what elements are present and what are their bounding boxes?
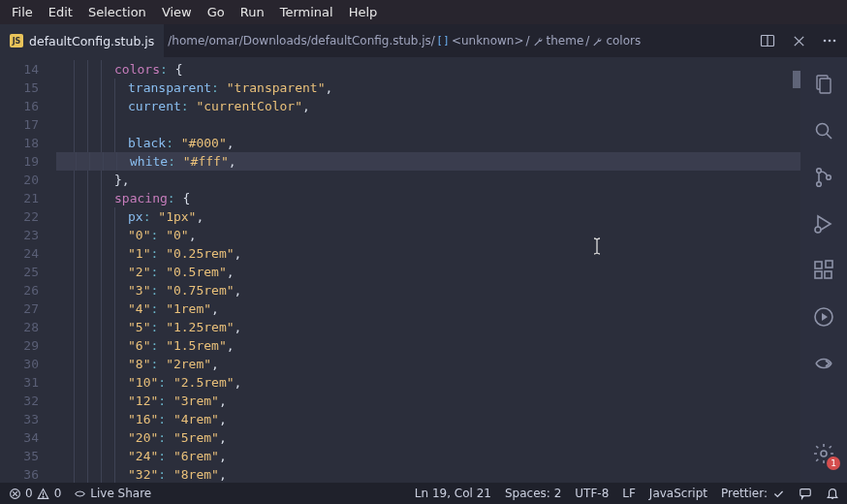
more-actions-button[interactable] [816,27,843,54]
code-line[interactable]: "2": "0.5rem", [56,263,800,281]
svg-point-14 [815,227,821,233]
svg-rect-17 [825,271,831,278]
svg-rect-8 [820,79,831,93]
brackets-icon [437,35,450,47]
menu-terminal[interactable]: Terminal [272,2,341,22]
code-line[interactable]: "24": "6rem", [56,447,800,465]
source-control-button[interactable] [800,156,847,199]
js-file-icon: JS [10,34,23,47]
warning-count: 0 [54,487,62,500]
wrench-icon [591,35,604,47]
code-line[interactable]: spacing: { [56,189,800,207]
menu-selection[interactable]: Selection [80,2,154,22]
svg-point-4 [824,40,827,43]
indentation-status[interactable]: Spaces: 2 [505,487,561,500]
menu-file[interactable]: File [4,2,41,22]
breadcrumb-sep: / [526,34,530,47]
editor-area: 1415161718192021222324252627282930313233… [0,57,847,483]
code-line[interactable]: "1": "0.25rem", [56,244,800,263]
line-number: 16 [0,97,39,115]
code-line[interactable]: "5": "1.25rem", [56,318,800,336]
eol-status[interactable]: LF [622,487,636,500]
line-number: 35 [0,447,39,465]
code-line[interactable]: "0": "0", [56,226,800,244]
svg-point-20 [821,451,827,457]
breadcrumb-colors: colors [606,34,641,47]
notifications-icon[interactable] [826,487,839,500]
code-line[interactable]: "32": "8rem", [56,465,800,483]
code-line[interactable]: "4": "1rem", [56,299,800,318]
svg-rect-15 [815,262,822,268]
svg-point-9 [817,124,829,136]
live-share-icon [73,487,86,500]
line-number: 17 [0,115,39,134]
prettier-status[interactable]: Prettier: [721,487,785,500]
line-number: 32 [0,392,39,410]
line-number: 22 [0,207,39,226]
line-numbers: 1415161718192021222324252627282930313233… [0,57,56,483]
extensions-button[interactable] [800,249,847,292]
menu-go[interactable]: Go [200,2,233,22]
svg-line-10 [827,134,831,139]
live-share-button[interactable] [800,342,847,385]
cursor-position[interactable]: Ln 19, Col 21 [415,487,491,500]
code-line[interactable]: }, [56,171,800,189]
line-number: 23 [0,226,39,244]
svg-rect-18 [826,261,832,268]
svg-rect-26 [800,489,811,496]
code-line[interactable]: "3": "0.75rem", [56,281,800,299]
line-number: 15 [0,79,39,97]
language-status[interactable]: JavaScript [649,487,707,500]
explorer-button[interactable] [800,63,847,106]
line-number: 36 [0,465,39,483]
prettier-label: Prettier: [721,487,768,500]
code-line[interactable]: px: "1px", [56,207,800,226]
code-line[interactable]: "20": "5rem", [56,428,800,447]
check-icon [771,487,785,500]
line-number: 20 [0,171,39,189]
search-button[interactable] [800,110,847,152]
close-tab-button[interactable] [785,27,812,54]
svg-point-13 [827,175,831,180]
editor[interactable]: 1415161718192021222324252627282930313233… [0,57,800,483]
line-number: 34 [0,428,39,447]
line-number: 14 [0,60,39,79]
editor-tab[interactable]: JS defaultConfig.stub.js [0,24,164,57]
code-line[interactable]: "10": "2.5rem", [56,373,800,392]
code-line[interactable]: black: "#000", [56,134,800,152]
code-line[interactable]: current: "currentColor", [56,97,800,115]
encoding-status[interactable]: UTF-8 [575,487,609,500]
menu-edit[interactable]: Edit [41,2,80,22]
code-content[interactable]: colors: { transparent: "transparent", cu… [56,57,800,483]
code-line[interactable]: "12": "3rem", [56,392,800,410]
code-line[interactable]: "6": "1.5rem", [56,336,800,355]
menu-view[interactable]: View [154,2,200,22]
code-line[interactable] [56,115,800,134]
feedback-icon[interactable] [799,487,812,500]
svg-point-11 [817,169,822,173]
breadcrumb-sep: / [585,34,589,47]
settings-button[interactable]: 1 [800,432,847,475]
live-preview-button[interactable] [800,296,847,338]
split-editor-button[interactable] [754,27,781,54]
menu-help[interactable]: Help [341,2,386,22]
code-line[interactable]: "16": "4rem", [56,410,800,428]
line-number: 19 [0,152,39,171]
line-number: 27 [0,299,39,318]
code-line[interactable]: "8": "2rem", [56,355,800,373]
tab-filename: defaultConfig.stub.js [29,34,154,48]
menu-run[interactable]: Run [233,2,272,22]
breadcrumb-unknown: <unknown> [452,34,524,47]
warning-icon [37,487,50,500]
line-number: 26 [0,281,39,299]
breadcrumbs[interactable]: /home/omar/Downloads/defaultConfig.stub.… [164,24,750,57]
status-bar: 0 0 Live Share Ln 19, Col 21 Spaces: 2 U… [0,483,847,504]
problems-status[interactable]: 0 0 [8,487,61,500]
code-line[interactable]: white: "#fff", [56,152,800,171]
live-share-label: Live Share [90,487,151,500]
code-line[interactable]: transparent: "transparent", [56,79,800,97]
breadcrumb-theme: theme [547,34,584,47]
code-line[interactable]: colors: { [56,60,800,79]
run-debug-button[interactable] [800,203,847,245]
live-share-status[interactable]: Live Share [73,487,151,500]
